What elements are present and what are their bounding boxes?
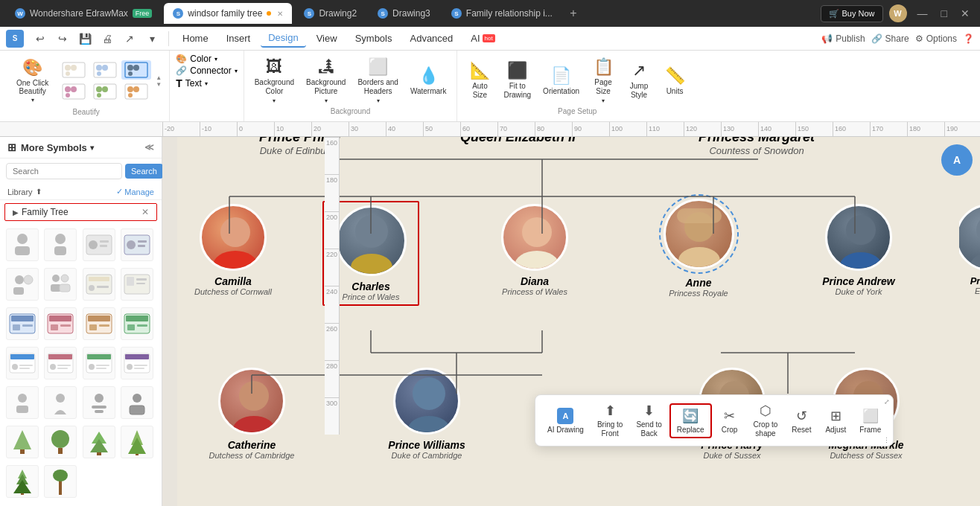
ctx-crop-shape-btn[interactable]: ⬡ Crop toshape bbox=[748, 400, 784, 441]
symbol-card-red[interactable] bbox=[44, 307, 77, 340]
manage-btn[interactable]: ✓ Manage bbox=[116, 187, 154, 196]
symbol-tree-4[interactable] bbox=[121, 426, 153, 458]
ctx-bring-front-btn[interactable]: ⬆ Bring toFront bbox=[591, 400, 629, 441]
person-edward-partial[interactable]: Prince... Earl o... bbox=[959, 204, 980, 295]
symbol-person-couple[interactable] bbox=[44, 268, 77, 301]
tab-windsor[interactable]: S windsor family tree ✕ bbox=[164, 3, 292, 24]
export-btn[interactable]: ↗ bbox=[119, 28, 140, 49]
undo-btn[interactable]: ↩ bbox=[30, 28, 51, 49]
ctx-collapse-btn[interactable]: ⤢ bbox=[884, 398, 890, 406]
print-btn[interactable]: 🖨 bbox=[97, 28, 118, 49]
person-diana[interactable]: Diana Princess of Wales bbox=[490, 204, 579, 296]
ctx-crop-btn[interactable]: ✂ Crop bbox=[713, 405, 746, 437]
canvas-area[interactable]: 160 180 200 220 240 260 280 300 bbox=[162, 137, 980, 506]
menu-tab-home[interactable]: Home bbox=[175, 30, 216, 47]
sidebar-collapse-btn[interactable]: ≪ bbox=[144, 142, 154, 153]
bg-picture-btn[interactable]: 🏞 BackgroundPicture ▾ bbox=[302, 54, 350, 107]
user-avatar[interactable]: W bbox=[889, 4, 907, 22]
symbol-id-card-1[interactable] bbox=[83, 228, 115, 261]
orientation-btn[interactable]: 📄 Orientation bbox=[538, 63, 584, 98]
menu-tab-insert[interactable]: Insert bbox=[219, 30, 258, 47]
tab-edrawmax[interactable]: W Wondershare EdrawMax Free bbox=[6, 3, 161, 24]
person-anne[interactable]: Anne Princess Royale bbox=[650, 199, 747, 298]
menu-tab-view[interactable]: View bbox=[309, 30, 345, 47]
symbol-tree-1[interactable] bbox=[6, 426, 39, 458]
tab-drawing3[interactable]: S Drawing3 bbox=[369, 3, 439, 24]
ctx-send-back-btn[interactable]: ⬇ Send toBack bbox=[630, 400, 667, 441]
bg-color-btn[interactable]: 🖼 BackgroundColor ▾ bbox=[250, 54, 299, 107]
text-btn[interactable]: T Text ▾ bbox=[176, 77, 208, 89]
menu-tab-symbols[interactable]: Symbols bbox=[348, 30, 400, 47]
options-btn[interactable]: ⚙ Options bbox=[915, 33, 957, 44]
symbol-card-5[interactable] bbox=[6, 347, 39, 380]
symbol-sm-2[interactable] bbox=[44, 386, 77, 419]
publish-btn[interactable]: 📢 Publish bbox=[821, 33, 865, 44]
style-btn-5[interactable] bbox=[90, 82, 120, 101]
style-btn-6[interactable] bbox=[121, 82, 151, 101]
person-catherine[interactable]: Catherine Dutchess of Cambridge bbox=[207, 368, 296, 460]
connector-btn[interactable]: 🔗 Connector ▾ bbox=[176, 65, 237, 76]
symbol-tree-5[interactable] bbox=[6, 465, 39, 498]
tab-close-btn[interactable]: ✕ bbox=[277, 10, 283, 18]
symbol-card-orange[interactable] bbox=[83, 307, 115, 340]
beautify-expand[interactable]: ▲▼ bbox=[154, 74, 163, 88]
style-btn-3[interactable] bbox=[121, 60, 151, 80]
family-tree-category[interactable]: ▶ Family Tree ✕ bbox=[4, 203, 157, 221]
tab-drawing2[interactable]: S Drawing2 bbox=[295, 3, 366, 24]
ctx-ai-drawing-btn[interactable]: A AI Drawing bbox=[541, 405, 590, 437]
fit-drawing-btn[interactable]: ⬛ Fit toDrawing bbox=[499, 58, 535, 103]
minimize-btn[interactable]: — bbox=[913, 6, 932, 21]
person-andrew[interactable]: Prince Andrew Duke of York bbox=[810, 204, 907, 296]
redo-btn[interactable]: ↪ bbox=[52, 28, 73, 49]
symbol-person-male-2[interactable] bbox=[6, 268, 39, 301]
watermark-btn[interactable]: 💧 Watermark bbox=[406, 63, 451, 98]
share-btn[interactable]: 🔗 Share bbox=[871, 33, 909, 44]
ctx-frame-btn[interactable]: ⬜ Frame bbox=[853, 405, 887, 437]
person-camilla[interactable]: Camilla Dutchess of Cornwall bbox=[192, 204, 274, 296]
symbol-sm-3[interactable] bbox=[83, 386, 115, 419]
ctx-adjust-btn[interactable]: ⊞ Adjust bbox=[819, 405, 852, 437]
symbol-sm-4[interactable] bbox=[121, 386, 153, 419]
symbol-person-male[interactable] bbox=[6, 228, 39, 261]
units-btn[interactable]: 📏 Units bbox=[658, 63, 691, 98]
menu-tab-advanced[interactable]: Advanced bbox=[402, 30, 460, 47]
symbol-card-blue[interactable] bbox=[6, 307, 39, 340]
drawing-canvas[interactable]: Prince Philip Duke of Edinburgh Queen El… bbox=[177, 137, 980, 506]
symbol-card-6[interactable] bbox=[44, 347, 77, 380]
more-btn[interactable]: ▾ bbox=[141, 28, 162, 49]
symbol-tree-3[interactable] bbox=[83, 426, 115, 458]
search-button[interactable]: Search bbox=[125, 164, 163, 179]
one-click-beautify-btn[interactable]: 🎨 One ClickBeautify ▾ bbox=[9, 54, 56, 108]
symbol-sm-1[interactable] bbox=[6, 386, 39, 419]
search-input[interactable] bbox=[6, 163, 122, 179]
symbol-tree-2[interactable] bbox=[44, 426, 77, 458]
symbol-id-card-2[interactable] bbox=[121, 228, 153, 261]
ctx-replace-btn[interactable]: 🔄 Replace bbox=[669, 403, 712, 438]
auto-size-btn[interactable]: 📐 AutoSize bbox=[463, 58, 496, 103]
add-tab-btn[interactable]: + bbox=[564, 4, 582, 22]
symbol-card-4[interactable] bbox=[121, 268, 153, 301]
jump-style-btn[interactable]: ↗ JumpStyle bbox=[623, 58, 655, 103]
family-tree-close-btn[interactable]: ✕ bbox=[141, 207, 149, 217]
menu-tab-design[interactable]: Design bbox=[261, 29, 305, 48]
symbol-card-8[interactable] bbox=[121, 347, 153, 380]
buy-now-btn[interactable]: 🛒 Buy Now bbox=[821, 5, 882, 22]
help-btn[interactable]: ❓ bbox=[963, 33, 974, 44]
color-btn[interactable]: 🎨 Color ▾ bbox=[176, 54, 217, 64]
symbol-tree-6[interactable] bbox=[44, 465, 77, 498]
symbol-person-female[interactable] bbox=[44, 228, 77, 261]
symbol-card-3[interactable] bbox=[83, 268, 115, 301]
page-size-btn[interactable]: 📋 PageSize ▾ bbox=[587, 54, 620, 107]
save-btn[interactable]: 💾 bbox=[74, 28, 95, 49]
tab-family-rel[interactable]: S Family relationship i... bbox=[442, 3, 561, 24]
person-williams[interactable]: Prince Williams Duke of Cambridge bbox=[378, 368, 475, 460]
symbol-card-7[interactable] bbox=[83, 347, 115, 380]
menu-tab-ai[interactable]: AI hot bbox=[463, 30, 502, 47]
symbol-card-green[interactable] bbox=[121, 307, 153, 340]
ctx-reset-btn[interactable]: ↺ Reset bbox=[785, 405, 818, 437]
borders-headers-btn[interactable]: ⬜ Borders andHeaders ▾ bbox=[353, 54, 402, 107]
close-btn[interactable]: ✕ bbox=[956, 6, 974, 21]
style-btn-2[interactable] bbox=[90, 60, 120, 80]
maximize-btn[interactable]: □ bbox=[937, 6, 952, 21]
style-btn-1[interactable] bbox=[59, 60, 89, 80]
